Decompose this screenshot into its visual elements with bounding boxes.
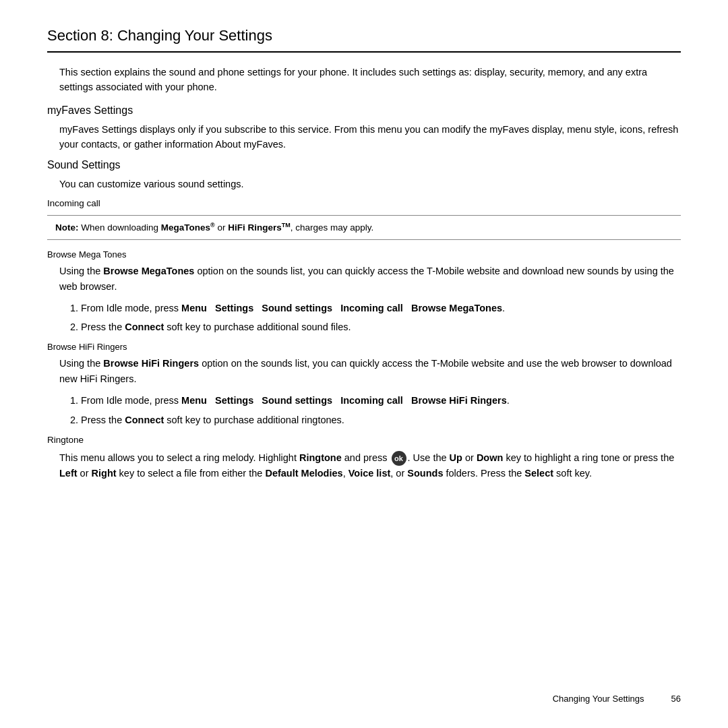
page-footer: Changing Your Settings 56 <box>553 694 681 704</box>
hifi-ringers-bold: HiFi RingersTM <box>228 222 291 233</box>
browse-hifi-ringers-heading: Browse HiFi Ringers <box>47 342 681 352</box>
sounds-bold: Sounds <box>407 468 443 479</box>
browse-mega-tones-heading: Browse Mega Tones <box>47 249 681 260</box>
nav-sound-settings-2: Sound settings <box>262 395 332 406</box>
ringtone-heading: Ringtone <box>47 435 681 445</box>
ringtone-body: This menu allows you to select a ring me… <box>59 450 681 481</box>
up-bold: Up <box>450 452 462 463</box>
nav-menu-2: Menu <box>181 395 207 406</box>
browse-hifi-ringers-steps: From Idle mode, press Menu Settings Soun… <box>81 393 681 427</box>
voice-list-bold: Voice list <box>348 468 391 479</box>
right-bold: Right <box>92 468 117 479</box>
browse-megatones-option: Browse MegaTones <box>103 266 194 276</box>
megatones-bold: MegaTones® <box>161 222 215 233</box>
sound-settings-body: You can customize various sound settings… <box>59 177 681 191</box>
left-bold: Left <box>59 468 78 479</box>
select-bold: Select <box>524 468 553 479</box>
intro-text: This section explains the sound and phon… <box>59 65 681 95</box>
default-melodies-bold: Default Melodies <box>265 468 342 479</box>
nav-settings-1: Settings <box>215 303 253 313</box>
myfaves-body: myFaves Settings displays only if you su… <box>59 122 681 152</box>
header-rule <box>47 51 681 53</box>
sound-settings-heading: Sound Settings <box>47 159 681 171</box>
page-wrapper: Section 8: Changing Your Settings This s… <box>47 27 681 481</box>
step-item: From Idle mode, press Menu Settings Soun… <box>81 393 681 408</box>
down-bold: Down <box>477 452 503 463</box>
step-item: Press the Connect soft key to purchase a… <box>81 320 681 335</box>
nav-menu-1: Menu <box>181 303 207 313</box>
browse-mega-tones-body: Using the Browse MegaTones option on the… <box>59 264 681 294</box>
step-item: Press the Connect soft key to purchase a… <box>81 413 681 428</box>
nav-sound-settings-1: Sound settings <box>262 303 332 313</box>
nav-incoming-call-1: Incoming call <box>340 303 403 313</box>
incoming-call-label: Incoming call <box>47 198 681 208</box>
nav-browse-megatones: Browse MegaTones <box>411 303 502 313</box>
connect-key-1: Connect <box>125 322 164 332</box>
page-header: Section 8: Changing Your Settings <box>47 27 681 53</box>
browse-mega-tones-steps: From Idle mode, press Menu Settings Soun… <box>81 301 681 335</box>
ringtone-bold: Ringtone <box>299 452 342 463</box>
connect-key-2: Connect <box>125 415 164 425</box>
footer-label: Changing Your Settings <box>553 694 644 704</box>
note-text: When downloading MegaTones® or HiFi Ring… <box>79 222 374 233</box>
nav-incoming-call-2: Incoming call <box>340 395 403 406</box>
step-item: From Idle mode, press Menu Settings Soun… <box>81 301 681 316</box>
myfaves-heading: myFaves Settings <box>47 104 681 117</box>
nav-browse-hifi: Browse HiFi Ringers <box>411 395 507 406</box>
note-label: Note: <box>55 222 79 233</box>
footer-page: 56 <box>671 694 681 704</box>
note-box: Note: When downloading MegaTones® or HiF… <box>47 215 681 240</box>
browse-hifi-ringers-body: Using the Browse HiFi Ringers option on … <box>59 356 681 386</box>
ok-icon: ok <box>392 451 406 466</box>
section-title: Section 8: Changing Your Settings <box>47 27 681 44</box>
tm-symbol: TM <box>282 221 291 228</box>
browse-hifi-option: Browse HiFi Ringers <box>103 358 199 369</box>
nav-settings-2: Settings <box>215 395 253 406</box>
reg-symbol: ® <box>210 221 215 228</box>
